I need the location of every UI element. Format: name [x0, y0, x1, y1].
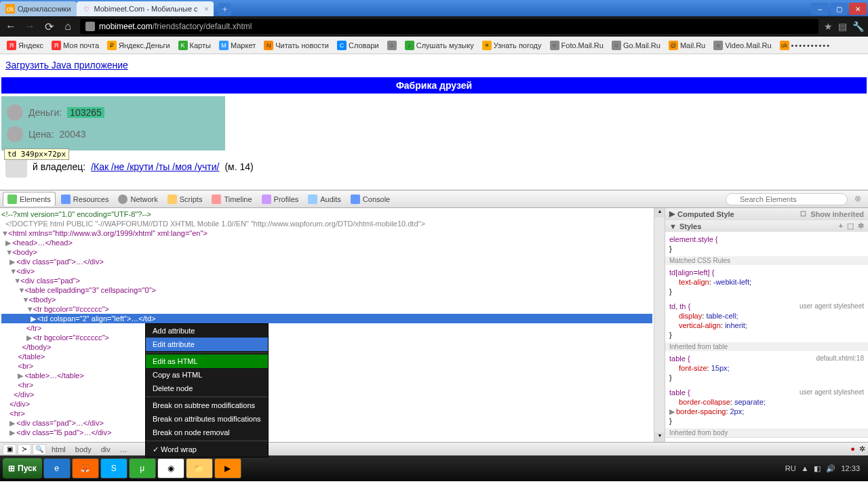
computed-style-header[interactable]: ▶Computed Style ☐ Show inherited [665, 208, 868, 220]
bookmark-item[interactable]: ○Foto.Mail.Ru [547, 39, 606, 52]
bookmark-icon[interactable]: ★ [824, 21, 833, 32]
mail-icon: Я [52, 41, 61, 50]
ctx-delete-node[interactable]: Delete node [146, 382, 268, 395]
breadcrumb-html[interactable]: html [47, 445, 70, 454]
dock-button[interactable]: ▣ [3, 444, 16, 455]
settings-icon[interactable]: ✲ [859, 445, 865, 453]
elements-icon [7, 195, 17, 204]
taskbar-firefox[interactable]: 🦊 [72, 458, 99, 479]
search-input[interactable] [726, 193, 848, 205]
go-icon: ○ [612, 41, 621, 50]
bookmark-item[interactable]: ЯМоя почта [49, 39, 102, 52]
ctx-word-wrap[interactable]: ✓Word wrap [146, 443, 268, 457]
add-rule-icon[interactable]: + [839, 222, 843, 230]
inspect-button[interactable]: 🔍 [33, 444, 46, 455]
ok-icon: ok [780, 41, 789, 50]
news-icon: N [264, 41, 273, 50]
system-tray: RU ▲ ◧ 🔊 12:33 [785, 464, 865, 473]
inherited-table-label: Inherited from table [665, 342, 868, 351]
tab-elements[interactable]: Elements [3, 192, 56, 206]
page-icon[interactable]: ▤ [838, 21, 847, 32]
elements-tree[interactable]: <!--?xml version="1.0" encoding="UTF-8"?… [0, 208, 654, 442]
dict-icon: C [337, 41, 347, 50]
price-value: 20043 [60, 129, 86, 140]
bookmark-item[interactable]: CСловари [334, 39, 382, 52]
console-toggle-button[interactable]: ≻ [18, 444, 31, 455]
taskbar-utorrent[interactable]: μ [129, 458, 156, 479]
reload-button[interactable]: ⟳ [42, 20, 56, 33]
tab-network[interactable]: Network [114, 192, 161, 206]
language-indicator[interactable]: RU [785, 464, 796, 472]
tab-0[interactable]: ok Одноклассники [0, 1, 77, 16]
breadcrumb-body[interactable]: body [71, 445, 96, 454]
tray-icon[interactable]: ▲ [802, 464, 809, 472]
back-button[interactable]: ← [4, 20, 18, 33]
owner-link[interactable]: /Как /не /крути /ты /моя /учти/ [91, 161, 219, 172]
bookmark-item[interactable]: ○Go.Mail.Ru [609, 39, 663, 52]
bookmark-item[interactable]: ○Video.Mail.Ru [711, 39, 774, 52]
bookmark-item[interactable]: ЯЯндекс [4, 39, 46, 52]
close-tab-icon[interactable]: × [205, 5, 209, 13]
ctx-break-removal[interactable]: Break on node removal [146, 426, 268, 439]
clock[interactable]: 12:33 [841, 464, 860, 472]
bookmark-item[interactable]: ♪Слушать музыку [402, 39, 477, 52]
elements-scrollbar[interactable]: ▴▾ [654, 208, 665, 442]
taskbar-chrome[interactable]: ◉ [157, 458, 184, 479]
breadcrumb-more[interactable]: … [116, 445, 132, 454]
gear-icon[interactable]: ✲ [858, 222, 864, 230]
url-bar[interactable]: mobimeet.com/friendsfactory/default.xhtm… [80, 19, 818, 34]
bookmark-item[interactable]: MМаркет [216, 39, 258, 52]
tab-profiles[interactable]: Profiles [258, 192, 303, 206]
money-icon: ₽ [107, 41, 117, 50]
page-banner: Фабрика друзей [1, 77, 867, 94]
tab-timeline[interactable]: Timeline [208, 192, 256, 206]
url-text: mobimeet.com/friendsfactory/default.xhtm… [99, 22, 252, 31]
close-window-button[interactable]: ✕ [849, 3, 867, 15]
ctx-add-attribute[interactable]: Add attribute [146, 324, 268, 338]
bookmark-item[interactable]: KКарты [176, 39, 214, 52]
bookmark-item[interactable]: NЧитать новости [261, 39, 332, 52]
taskbar-ie[interactable]: e [43, 458, 71, 479]
bookmark-item[interactable]: ok•••••••••• [777, 39, 834, 52]
bookmark-item[interactable]: ○ [384, 39, 399, 52]
error-icon[interactable]: ● [850, 445, 855, 453]
new-tab-button[interactable]: + [218, 3, 231, 16]
toggle-state-icon[interactable]: ⬚ [847, 222, 854, 230]
ctx-break-subtree[interactable]: Break on subtree modifications [146, 399, 268, 412]
maximize-button[interactable]: ▢ [830, 3, 848, 15]
weather-icon: ☀ [482, 41, 492, 50]
tray-icon[interactable]: 🔊 [826, 464, 835, 473]
tab-audits[interactable]: Audits [304, 192, 345, 206]
taskbar-skype[interactable]: S [100, 458, 127, 479]
ctx-break-attr[interactable]: Break on attributes modifications [146, 412, 268, 426]
minimize-button[interactable]: – [811, 3, 829, 15]
selected-element[interactable]: ▶<td colspan="2" align="left">…</td> [1, 314, 652, 323]
wrench-icon[interactable]: 🔧 [852, 21, 864, 32]
bookmark-item[interactable]: @Mail.Ru [666, 39, 708, 52]
music-icon: ♪ [405, 41, 414, 50]
devtools-search: ⊗ [726, 193, 865, 205]
browser-toolbar: ← → ⟳ ⌂ mobimeet.com/friendsfactory/defa… [0, 16, 868, 37]
home-button[interactable]: ⌂ [61, 20, 75, 33]
tab-console[interactable]: Console [347, 192, 394, 206]
forward-button[interactable]: → [23, 20, 37, 33]
styles-sidebar: ▶Computed Style ☐ Show inherited ▼Styles… [665, 208, 868, 442]
tab-1[interactable]: ♡ Mobimeet.Com - Мобильные с × [77, 1, 214, 16]
ctx-edit-html[interactable]: Edit as HTML [146, 354, 268, 368]
ctx-edit-attribute[interactable]: Edit attribute [146, 338, 268, 351]
tab-resources[interactable]: Resources [57, 192, 113, 206]
tab-scripts[interactable]: Scripts [163, 192, 207, 206]
ctx-copy-html[interactable]: Copy as HTML [146, 368, 268, 382]
styles-header[interactable]: ▼Styles +⬚✲ [665, 220, 868, 232]
java-download-link[interactable]: Загрузить Java приложение [0, 54, 134, 76]
timeline-icon [212, 195, 221, 204]
breadcrumb-div[interactable]: div [97, 445, 115, 454]
money-icon [7, 104, 23, 121]
taskbar-player[interactable]: ▶ [214, 458, 241, 479]
bookmark-item[interactable]: ₽Яндекс.Деньги [104, 39, 173, 52]
taskbar-explorer[interactable]: 📁 [186, 458, 213, 479]
start-button[interactable]: ⊞ Пуск [3, 458, 42, 479]
bookmark-item[interactable]: ☀Узнать погоду [479, 39, 545, 52]
tray-icon[interactable]: ◧ [814, 464, 821, 473]
close-devtools-button[interactable]: ⊗ [854, 194, 865, 205]
